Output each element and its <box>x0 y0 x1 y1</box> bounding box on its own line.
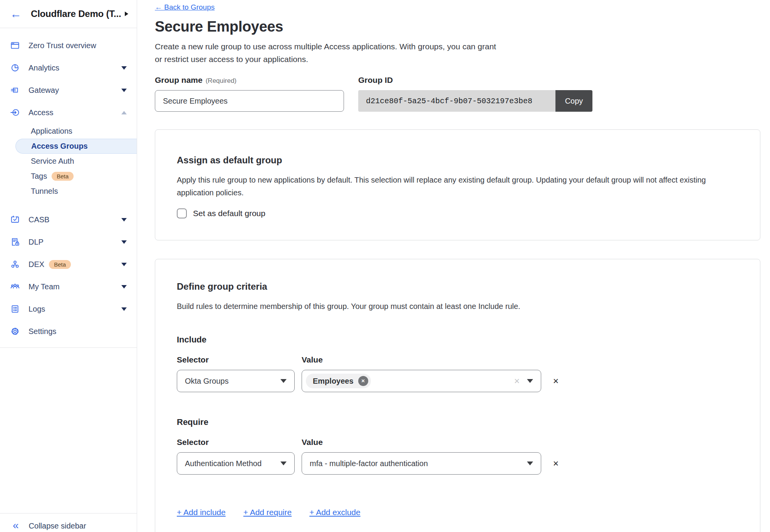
group-id-field: Group ID d21ce80f-5a25-4bcf-9b07-5032197… <box>358 76 592 112</box>
sidebar-item-service-auth[interactable]: Service Auth <box>0 154 137 169</box>
document-lock-icon <box>10 237 20 247</box>
group-name-label: Group name <box>155 76 203 85</box>
sidebar-item-label: DEX <box>29 260 44 269</box>
collapse-sidebar-button[interactable]: « Collapse sidebar <box>0 513 137 532</box>
sidebar-item-dex[interactable]: DEX Beta <box>0 253 137 275</box>
add-exclude-link[interactable]: + Add exclude <box>309 508 361 517</box>
include-value-multiselect[interactable]: Employees ✕ ✕ <box>302 370 541 392</box>
require-heading: Require <box>177 417 738 428</box>
sidebar-item-gateway[interactable]: Gateway <box>0 79 137 101</box>
gear-icon <box>10 326 20 336</box>
sidebar-item-tunnels[interactable]: Tunnels <box>0 184 137 199</box>
value-label: Value <box>302 438 323 448</box>
sidebar-item-analytics[interactable]: Analytics <box>0 57 137 79</box>
chevron-down-icon <box>121 66 127 70</box>
sidebar-item-applications[interactable]: Applications <box>0 124 137 139</box>
page-description-line1: Create a new rule group to use across mu… <box>155 40 770 53</box>
group-name-id-row: Group name (Required) Group ID d21ce80f-… <box>155 76 770 112</box>
sidebar-divider <box>0 347 137 348</box>
group-id-label: Group ID <box>358 76 393 85</box>
sidebar-item-label: Gateway <box>29 86 59 95</box>
sidebar-item-zero-trust-overview[interactable]: Zero Trust overview <box>0 34 137 57</box>
chevron-down-icon <box>121 240 127 244</box>
access-submenu: Applications Access Groups Service Auth … <box>0 124 137 199</box>
chip-label: Employees <box>313 377 354 386</box>
require-selector-dropdown[interactable]: Authentication Method <box>177 452 295 475</box>
include-selector-dropdown[interactable]: Okta Groups <box>177 370 295 392</box>
criteria-description: Build rules to determine membership of t… <box>177 300 738 313</box>
beta-badge: Beta <box>52 172 74 181</box>
sidebar-item-label: Logs <box>29 305 45 314</box>
value-label: Value <box>302 355 323 365</box>
sidebar-item-label: Access <box>29 108 53 117</box>
sidebar: ← Cloudflare Demo (T... Zero Trust overv… <box>0 0 137 532</box>
default-group-checkbox-label: Set as default group <box>193 209 265 218</box>
define-group-criteria-card: Define group criteria Build rules to det… <box>155 259 760 532</box>
list-document-icon <box>10 304 20 314</box>
sidebar-item-tags[interactable]: Tags Beta <box>0 169 137 184</box>
sidebar-item-label: Analytics <box>29 64 59 72</box>
remove-chip-icon[interactable]: ✕ <box>358 376 368 386</box>
add-include-link[interactable]: + Add include <box>177 508 226 517</box>
chevron-down-icon <box>121 218 127 222</box>
cluster-icon <box>10 259 20 269</box>
arrow-left-icon[interactable]: ← <box>10 8 22 20</box>
group-name-field: Group name (Required) <box>155 76 344 112</box>
sidebar-item-label: Zero Trust overview <box>29 41 96 50</box>
include-labels-row: Selector Value <box>177 355 738 365</box>
add-require-link[interactable]: + Add require <box>243 508 292 517</box>
add-rule-links: + Add include + Add require + Add exclud… <box>177 508 738 517</box>
chevron-down-icon <box>121 285 127 289</box>
remove-include-rule-button[interactable]: ✕ <box>553 377 559 386</box>
card-title: Define group criteria <box>177 281 738 292</box>
set-default-group-row: Set as default group <box>177 208 738 218</box>
include-selector-value: Okta Groups <box>185 377 228 386</box>
people-icon <box>10 282 20 292</box>
sidebar-item-dlp[interactable]: DLP <box>0 231 137 253</box>
selector-label: Selector <box>177 438 302 448</box>
collapse-sidebar-label: Collapse sidebar <box>29 522 86 530</box>
page-description-line2: or restrict user access to your applicat… <box>155 53 770 65</box>
include-heading: Include <box>177 334 738 345</box>
require-rule-row: Authentication Method mfa - multiple-fac… <box>177 452 738 475</box>
login-arrow-icon <box>10 107 20 117</box>
group-id-value: d21ce80f-5a25-4bcf-9b07-5032197e3be8 <box>358 90 555 112</box>
caret-right-icon[interactable] <box>125 12 128 16</box>
sidebar-item-settings[interactable]: Settings <box>0 320 137 342</box>
sidebar-item-access-groups[interactable]: Access Groups <box>15 139 137 154</box>
selector-label: Selector <box>177 355 302 365</box>
page-title: Secure Employees <box>155 18 770 35</box>
sidebar-header: ← Cloudflare Demo (T... <box>0 0 137 28</box>
require-value-text: mfa - multiple-factor authentication <box>310 459 428 468</box>
copy-button[interactable]: Copy <box>555 90 592 112</box>
account-title: Cloudflare Demo (T... <box>31 8 121 19</box>
chevron-down-icon <box>527 379 533 383</box>
casb-check-icon <box>10 215 20 225</box>
chevron-down-icon <box>121 263 127 266</box>
chevrons-left-icon: « <box>13 521 19 530</box>
page-description: Create a new rule group to use across mu… <box>155 40 770 65</box>
sidebar-item-my-team[interactable]: My Team <box>0 275 137 298</box>
sidebar-item-casb[interactable]: CASB <box>0 208 137 231</box>
back-to-groups-link[interactable]: ← Back to Groups <box>155 3 215 12</box>
require-value-dropdown[interactable]: mfa - multiple-factor authentication <box>302 452 541 475</box>
default-group-checkbox[interactable] <box>177 208 187 218</box>
main-content: ← Back to Groups Secure Employees Create… <box>137 0 770 532</box>
beta-badge: Beta <box>49 260 71 269</box>
chevron-up-icon <box>121 111 127 114</box>
pie-chart-icon <box>10 63 20 73</box>
sidebar-nav: Zero Trust overview Analytics Gateway <box>0 28 137 348</box>
chevron-down-icon <box>280 379 287 383</box>
required-hint: (Required) <box>206 77 237 85</box>
require-labels-row: Selector Value <box>177 438 738 448</box>
default-group-description: Apply this rule group to new application… <box>177 174 738 199</box>
sidebar-item-logs[interactable]: Logs <box>0 298 137 320</box>
sidebar-item-label: DLP <box>29 238 44 247</box>
clear-values-icon[interactable]: ✕ <box>514 377 520 386</box>
remove-require-rule-button[interactable]: ✕ <box>553 459 559 468</box>
sidebar-item-label: Settings <box>29 327 56 336</box>
card-title: Assign as default group <box>177 154 738 166</box>
group-name-input[interactable] <box>155 90 344 112</box>
sidebar-item-access[interactable]: Access <box>0 101 137 124</box>
sidebar-item-label: My Team <box>29 282 60 291</box>
